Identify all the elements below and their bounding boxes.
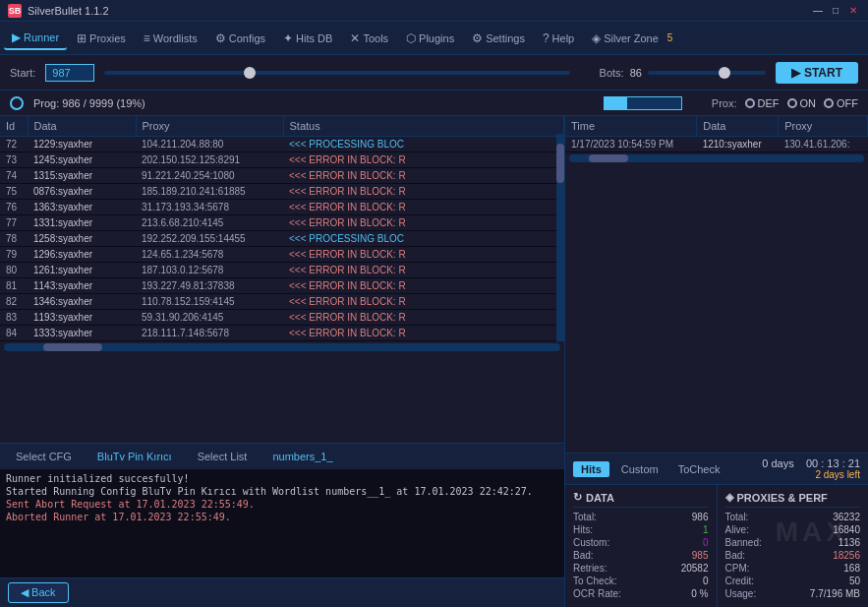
- timer-tab-tocheck[interactable]: ToCheck: [670, 461, 728, 477]
- timer-section: Hits Custom ToCheck 0 days 00 : 13 : 21 …: [565, 453, 868, 484]
- cell-status: <<< ERROR IN BLOCK: R: [283, 326, 564, 341]
- maximize-button[interactable]: □: [829, 4, 842, 18]
- table-row[interactable]: 77 1331:syaxher 213.6.68.210:4145 <<< ER…: [0, 215, 564, 231]
- tab-numbers[interactable]: numbers_1_: [260, 448, 344, 465]
- table-hscrollbar[interactable]: [4, 343, 560, 351]
- data-table-container: Id Data Proxy Status 72 1229:syaxher 104…: [0, 116, 564, 443]
- stat-value: 1: [703, 524, 709, 535]
- cell-data: 1331:syaxher: [28, 215, 136, 231]
- table-row[interactable]: 76 1363:syaxher 31.173.193.34:5678 <<< E…: [0, 200, 564, 215]
- start-button[interactable]: ▶ START: [776, 62, 858, 84]
- nav-item-settings[interactable]: ⚙Settings: [464, 28, 533, 49]
- timer-display: 0 days 00 : 13 : 21 2 days left: [762, 457, 860, 480]
- cell-data: 1258:syaxher: [28, 231, 136, 247]
- cell-proxy: 104.211.204.88:80: [136, 137, 283, 152]
- bots-thumb[interactable]: [719, 67, 730, 79]
- nav-item-runner[interactable]: ▶Runner: [4, 27, 67, 50]
- stat-value: 0: [703, 576, 709, 586]
- stat-label: Credit:: [725, 576, 754, 586]
- table-row[interactable]: 78 1258:syaxher 192.252.209.155:14455 <<…: [0, 231, 564, 247]
- tab-select-list[interactable]: Select List: [186, 448, 260, 465]
- stat-value: 1136: [839, 537, 860, 548]
- nav-item-wordlists[interactable]: ≡Wordlists: [136, 28, 205, 49]
- table-row[interactable]: 72 1229:syaxher 104.211.204.88:80 <<< PR…: [0, 137, 564, 152]
- proxies-stats-rows: Total:36232Alive:16840Banned:1136Bad:182…: [725, 512, 861, 599]
- nav-item-silverzone[interactable]: ◈Silver Zone5: [584, 28, 684, 49]
- hits-hscrollbar[interactable]: [569, 154, 864, 162]
- data-icon: ↻: [573, 491, 582, 504]
- slider-thumb[interactable]: [244, 67, 256, 79]
- data-header-text: DATA: [586, 492, 614, 504]
- proxy-off-option[interactable]: OFF: [824, 97, 858, 109]
- tab-select-cfg[interactable]: Select CFG: [4, 448, 84, 465]
- cell-data: 0876:syaxher: [28, 184, 136, 200]
- bots-slider[interactable]: [648, 71, 766, 75]
- nav-item-proxies[interactable]: ⊞Proxies: [69, 28, 134, 49]
- hits-hscrollbar-thumb[interactable]: [589, 154, 628, 162]
- col-id: Id: [0, 116, 28, 137]
- stat-label: To Check:: [573, 576, 616, 586]
- timer-tab-custom[interactable]: Custom: [613, 461, 666, 477]
- proxies-stat-row: Bad:18256: [725, 550, 861, 561]
- cell-id: 84: [0, 326, 28, 341]
- table-row[interactable]: 79 1296:syaxher 124.65.1.234:5678 <<< ER…: [0, 247, 564, 263]
- table-row[interactable]: 75 0876:syaxher 185.189.210.241:61885 <<…: [0, 184, 564, 200]
- cell-proxy: 193.227.49.81:37838: [136, 278, 283, 294]
- cell-data: 1143:syaxher: [28, 278, 136, 294]
- help-icon: ?: [543, 31, 550, 45]
- nav-item-hitsdb[interactable]: ✦Hits DB: [275, 28, 340, 49]
- table-row[interactable]: 74 1315:syaxher 91.221.240.254:1080 <<< …: [0, 168, 564, 184]
- data-stat-row: Retries:20582: [573, 563, 709, 574]
- cell-id: 77: [0, 215, 28, 231]
- proxies-icon: ⊞: [77, 31, 87, 45]
- nav-item-plugins[interactable]: ⬡Plugins: [398, 28, 462, 49]
- cell-proxy: 91.221.240.254:1080: [136, 168, 283, 184]
- hits-col-data: Data: [697, 116, 779, 137]
- proxy-def-option[interactable]: DEF: [745, 97, 780, 109]
- cell-data: 1296:syaxher: [28, 247, 136, 263]
- timer-tab-hits[interactable]: Hits: [573, 461, 609, 477]
- silverzone-badge: 5: [664, 32, 677, 43]
- start-input[interactable]: [45, 64, 94, 82]
- table-row[interactable]: 83 1193:syaxher 59.31.90.206:4145 <<< ER…: [0, 310, 564, 326]
- timer-days: 0 days: [762, 457, 793, 469]
- table-vscrollbar-thumb[interactable]: [556, 144, 564, 183]
- data-stats-header: ↻ DATA: [573, 491, 709, 508]
- table-vscrollbar[interactable]: [556, 134, 564, 341]
- table-row[interactable]: 73 1245:syaxher 202.150.152.125:8291 <<<…: [0, 152, 564, 168]
- tools-label: Tools: [363, 32, 388, 44]
- minimize-button[interactable]: —: [811, 4, 825, 18]
- hits-col-time: Time: [565, 116, 697, 137]
- progress-slider[interactable]: [104, 71, 569, 75]
- cell-status: <<< ERROR IN BLOCK: R: [283, 247, 564, 263]
- prog-bar-fill: [605, 97, 627, 109]
- proxy-on-option[interactable]: ON: [787, 97, 817, 109]
- cell-id: 72: [0, 137, 28, 152]
- back-button[interactable]: ◀ Back: [8, 582, 69, 603]
- hits-table-row[interactable]: 1/17/2023 10:54:59 PM 1210:syaxher 130.4…: [565, 137, 868, 152]
- configs-label: Configs: [229, 32, 265, 44]
- nav-item-tools[interactable]: ✕Tools: [342, 28, 396, 49]
- tab-blutv[interactable]: BluTv Pin Kırıcı: [86, 448, 184, 465]
- cell-status: <<< ERROR IN BLOCK: R: [283, 184, 564, 200]
- table-row[interactable]: 80 1261:syaxher 187.103.0.12:5678 <<< ER…: [0, 263, 564, 278]
- table-hscrollbar-thumb[interactable]: [43, 343, 102, 351]
- start-label: Start:: [10, 67, 35, 79]
- table-row[interactable]: 81 1143:syaxher 193.227.49.81:37838 <<< …: [0, 278, 564, 294]
- hits-col-proxy: Proxy: [779, 116, 868, 137]
- proxies-stat-row: Usage:7.7/196 MB: [725, 588, 861, 599]
- prog-circle-icon: [10, 96, 24, 110]
- data-stat-row: Bad:985: [573, 550, 709, 561]
- nav-item-configs[interactable]: ⚙Configs: [207, 28, 273, 49]
- proxies-icon: ◈: [725, 491, 733, 504]
- stat-label: Banned:: [725, 537, 762, 548]
- table-row[interactable]: 84 1333:syaxher 218.111.7.148:5678 <<< E…: [0, 326, 564, 341]
- bottom-action-bar: ◀ Back: [0, 577, 564, 607]
- cell-id: 82: [0, 294, 28, 310]
- close-button[interactable]: ✕: [846, 4, 860, 18]
- cell-id: 75: [0, 184, 28, 200]
- nav-item-help[interactable]: ?Help: [535, 28, 582, 49]
- proxies-stat-row: Alive:16840: [725, 524, 861, 535]
- table-row[interactable]: 82 1346:syaxher 110.78.152.159:4145 <<< …: [0, 294, 564, 310]
- stat-value: 36232: [833, 512, 860, 522]
